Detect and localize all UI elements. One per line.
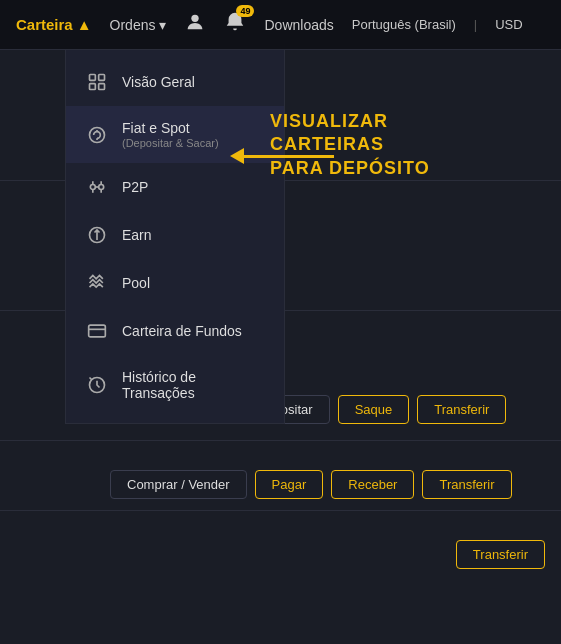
svg-rect-2 [99, 75, 105, 81]
svg-rect-9 [89, 325, 106, 337]
transferir-fiat-button[interactable]: Transferir [417, 395, 506, 424]
carteira-fundos-label: Carteira de Fundos [122, 323, 242, 339]
svg-rect-4 [99, 84, 105, 90]
menu-item-carteira-fundos[interactable]: Carteira de Fundos [66, 307, 284, 355]
wallet-label: Carteira [16, 16, 73, 33]
menu-item-earn[interactable]: Earn [66, 211, 284, 259]
svg-point-7 [99, 185, 104, 190]
wallet-nav-item[interactable]: Carteira ▲ [16, 16, 92, 33]
currency-selector[interactable]: USD [495, 17, 522, 32]
wallet-dropdown-menu: Visão Geral Fiat e Spot (Depositar & Sac… [65, 50, 285, 424]
transferir-fund-button[interactable]: Transferir [456, 540, 545, 569]
separator: | [474, 17, 477, 32]
wallet-chevron-icon: ▲ [77, 16, 92, 33]
visao-geral-label: Visão Geral [122, 74, 195, 90]
svg-rect-3 [90, 84, 96, 90]
annotation-arrow [230, 148, 334, 164]
downloads-nav-item[interactable]: Downloads [264, 17, 333, 33]
fiat-icon [86, 125, 108, 145]
orders-nav-item[interactable]: Ordens ▾ [110, 17, 167, 33]
arrow-line [244, 155, 334, 158]
transferir-spot-button[interactable]: Transferir [422, 470, 511, 499]
menu-item-p2p[interactable]: P2P [66, 163, 284, 211]
comprar-vender-button[interactable]: Comprar / Vender [110, 470, 247, 499]
fiat-spot-label: Fiat e Spot [122, 120, 219, 136]
divider-line-3 [0, 440, 561, 441]
fund-action-row: Transferir [456, 540, 545, 569]
menu-item-visao-geral[interactable]: Visão Geral [66, 58, 284, 106]
card-icon [86, 321, 108, 341]
orders-chevron-icon: ▾ [159, 17, 166, 33]
top-navigation: Carteira ▲ Ordens ▾ 49 Downloads Portugu… [0, 0, 561, 50]
history-icon [86, 375, 108, 395]
annotation-container: Visualizar Carteiras para Depósito [270, 110, 430, 180]
p2p-icon [86, 177, 108, 197]
svg-point-6 [90, 185, 95, 190]
receber-button[interactable]: Receber [331, 470, 414, 499]
pool-label: Pool [122, 275, 150, 291]
profile-icon [184, 11, 206, 33]
earn-icon [86, 225, 108, 245]
notification-badge: 49 [236, 5, 254, 17]
orders-label: Ordens [110, 17, 156, 33]
notification-icon-button[interactable]: 49 [224, 11, 246, 38]
spot-action-row: Comprar / Vender Pagar Receber Transferi… [110, 470, 512, 499]
grid-icon [86, 72, 108, 92]
menu-item-historico[interactable]: Histórico de Transações [66, 355, 284, 415]
svg-point-5 [90, 127, 105, 142]
svg-point-0 [192, 15, 199, 22]
p2p-label: P2P [122, 179, 148, 195]
saque-button[interactable]: Saque [338, 395, 410, 424]
language-selector[interactable]: Português (Brasil) [352, 17, 456, 32]
svg-rect-1 [90, 75, 96, 81]
fiat-spot-sublabel: (Depositar & Sacar) [122, 137, 219, 149]
historico-label: Histórico de Transações [122, 369, 264, 401]
arrow-head-icon [230, 148, 244, 164]
divider-line-4 [0, 510, 561, 511]
annotation-text: Visualizar Carteiras para Depósito [270, 110, 430, 180]
pagar-button[interactable]: Pagar [255, 470, 324, 499]
pool-icon [86, 273, 108, 293]
profile-icon-button[interactable] [184, 11, 206, 38]
menu-item-pool[interactable]: Pool [66, 259, 284, 307]
earn-label: Earn [122, 227, 152, 243]
